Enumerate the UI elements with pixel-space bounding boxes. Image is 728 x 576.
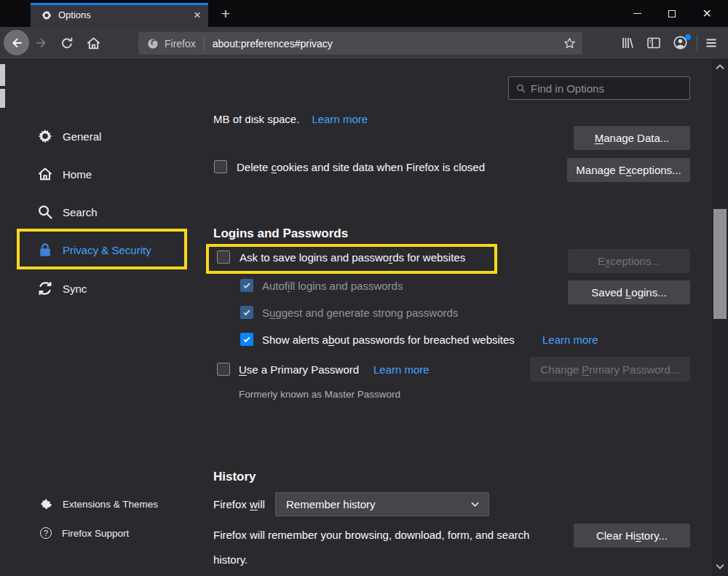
sync-icon xyxy=(38,281,52,296)
sidebar-item-firefox-support[interactable]: ? Firefox Support xyxy=(40,527,129,539)
primary-password-note: Formerly known as Master Password xyxy=(239,389,400,400)
menu-button[interactable] xyxy=(705,36,718,50)
saved-logins-button[interactable]: Saved Logins... xyxy=(568,280,690,304)
sidebar-toggle-button[interactable] xyxy=(646,36,661,50)
scrollbar-up-arrow[interactable] xyxy=(716,63,724,70)
autofill-checkbox[interactable] xyxy=(240,279,253,292)
find-in-options-box[interactable] xyxy=(508,76,690,100)
window-edge-artifact xyxy=(0,64,5,86)
scrollbar-down-arrow[interactable] xyxy=(716,564,724,570)
highlight-box-ask-save-logins xyxy=(206,244,497,274)
disk-space-text: MB of disk space. xyxy=(213,116,299,130)
maximize-button[interactable] xyxy=(654,0,689,27)
tab-label: Options xyxy=(58,9,194,20)
logins-passwords-heading: Logins and Passwords xyxy=(213,226,348,241)
tab-close-icon[interactable]: × xyxy=(194,9,201,21)
identity-label[interactable]: Firefox xyxy=(165,38,196,50)
window-edge-artifact xyxy=(0,89,5,108)
minimize-button[interactable] xyxy=(620,0,654,27)
learn-more-link[interactable]: Learn more xyxy=(542,334,598,346)
bookmark-star-icon[interactable] xyxy=(563,37,576,50)
check-icon xyxy=(242,281,251,290)
sidebar-item-sync[interactable]: Sync xyxy=(38,280,87,297)
firefox-logo-icon xyxy=(147,38,159,50)
learn-more-link[interactable]: Learn more xyxy=(373,363,430,376)
refresh-button[interactable] xyxy=(60,36,74,50)
maximize-icon xyxy=(668,10,676,17)
primary-password-label: Use a Primary Password xyxy=(239,363,359,376)
sidebar-icon xyxy=(646,36,661,50)
back-button[interactable] xyxy=(4,30,29,55)
firefox-window: Options × + × Firefox about:preferences#… xyxy=(0,0,728,576)
disk-space-text-row: MB of disk space. Learn more xyxy=(213,116,368,130)
sidebar-item-label: Home xyxy=(63,168,92,181)
breach-alerts-checkbox[interactable] xyxy=(240,333,253,346)
autofill-label: Autofill logins and passwords xyxy=(262,280,403,292)
manage-exceptions-button[interactable]: Manage Exceptions... xyxy=(567,158,690,182)
refresh-icon xyxy=(60,36,74,50)
highlight-box-privacy-security xyxy=(17,229,187,269)
find-in-options-input[interactable] xyxy=(531,82,676,95)
tab-options[interactable]: Options × xyxy=(31,3,208,27)
toolbar-separator xyxy=(697,35,697,51)
chevron-down-icon xyxy=(471,502,479,508)
suggest-passwords-checkbox[interactable] xyxy=(240,306,253,319)
sidebar-item-general[interactable]: General xyxy=(38,127,101,145)
sidebar-item-label: Firefox Support xyxy=(62,528,129,539)
help-icon: ? xyxy=(40,527,52,539)
url-bar[interactable]: Firefox about:preferences#privacy xyxy=(138,32,582,55)
library-icon xyxy=(620,36,635,50)
hamburger-icon xyxy=(705,36,718,50)
url-text[interactable]: about:preferences#privacy xyxy=(213,38,563,50)
close-button[interactable]: × xyxy=(689,0,724,27)
sidebar-item-search[interactable]: Search xyxy=(38,203,98,221)
forward-button[interactable] xyxy=(35,36,48,50)
account-notification-dot xyxy=(685,34,691,40)
sidebar-item-label: General xyxy=(63,130,101,143)
change-primary-password-button[interactable]: Change Primary Password... xyxy=(530,357,690,382)
titlebar: Options × + × xyxy=(0,0,728,27)
delete-cookies-checkbox[interactable] xyxy=(214,160,227,173)
search-icon xyxy=(516,84,526,93)
sidebar-item-home[interactable]: Home xyxy=(38,165,92,183)
check-icon xyxy=(242,335,251,344)
window-controls: × xyxy=(620,0,724,27)
clear-history-button[interactable]: Clear History... xyxy=(574,524,690,548)
close-icon: × xyxy=(703,5,711,22)
home-icon xyxy=(38,167,52,181)
gear-icon xyxy=(38,129,52,143)
history-description-line1: Firefox will remember your browsing, dow… xyxy=(213,529,529,541)
history-heading: History xyxy=(213,470,256,484)
back-arrow-icon xyxy=(10,36,23,50)
sidebar-item-label: Search xyxy=(63,206,98,218)
learn-more-link[interactable]: Learn more xyxy=(312,116,368,130)
forward-arrow-icon xyxy=(35,36,48,50)
delete-cookies-label: Delete cookies and site data when Firefo… xyxy=(237,161,485,173)
home-button[interactable] xyxy=(87,36,100,50)
new-tab-button[interactable]: + xyxy=(215,4,236,23)
urlbar-separator xyxy=(204,36,205,50)
home-icon xyxy=(87,36,100,50)
breach-alerts-label: Show alerts about passwords for breached… xyxy=(262,334,515,346)
sidebar-item-label: Extensions & Themes xyxy=(63,499,158,510)
gear-icon xyxy=(41,10,52,20)
sidebar-item-label: Sync xyxy=(63,283,87,295)
minimize-icon xyxy=(633,13,641,14)
scrollbar-thumb[interactable] xyxy=(713,209,727,319)
suggest-passwords-label: Suggest and generate strong passwords xyxy=(262,307,458,319)
firefox-will-label: Firefox will xyxy=(213,498,265,510)
dropdown-selected-value: Remember history xyxy=(286,498,471,510)
search-icon xyxy=(38,205,52,219)
manage-data-button[interactable]: Manage Data... xyxy=(574,126,690,150)
exceptions-button[interactable]: Exceptions... xyxy=(568,249,690,273)
active-tab-indicator xyxy=(31,3,208,5)
sidebar-item-extensions-themes[interactable]: Extensions & Themes xyxy=(40,498,158,510)
history-description-line2: history. xyxy=(213,553,248,566)
primary-password-checkbox[interactable] xyxy=(217,363,230,376)
puzzle-icon xyxy=(40,498,52,510)
history-mode-dropdown[interactable]: Remember history xyxy=(275,492,489,516)
check-icon xyxy=(242,308,251,317)
library-button[interactable] xyxy=(620,36,635,50)
